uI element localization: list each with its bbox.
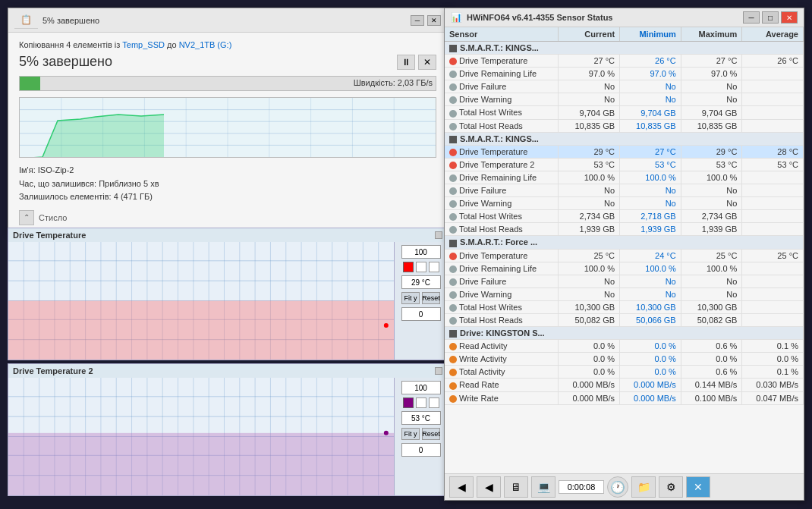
current-cell: 0.0 % [559,353,620,366]
sensor-icon [449,265,457,273]
hwinfo-minimize-btn[interactable]: ─ [743,11,760,24]
minimum-cell: 9,704 GB [620,106,681,119]
table-row[interactable]: Drive Remaining Life 100.0 % 100.0 % 100… [445,262,804,275]
table-row[interactable]: Drive Warning No No No [445,287,804,300]
current-cell: No [559,197,620,210]
average-cell [742,262,804,275]
color-picker-2[interactable] [403,397,414,408]
table-row[interactable]: Total Host Writes 10,300 GB 10,300 GB 10… [445,300,804,313]
min-value-input-1[interactable] [401,307,441,321]
current-cell: 10,300 GB [559,300,620,313]
fit-y-button-2[interactable]: Fit y [401,428,420,440]
graph-svg-2 [8,378,394,495]
table-row[interactable]: Drive Temperature 29 °C 27 °C 29 °C 28 °… [445,145,804,158]
maximum-cell: No [681,80,742,93]
color-checkbox-3[interactable] [416,397,426,408]
color-picker-1[interactable] [403,262,414,272]
table-row[interactable]: Read Rate 0.000 MB/s 0.000 MB/s 0.144 MB… [445,379,804,391]
pause-button[interactable]: ⏸ [397,55,415,70]
minimum-cell: 100.0 % [620,171,681,184]
sensor-name-cell: Drive Failure [445,275,559,287]
nav-back2-button[interactable]: ◀ [477,476,501,498]
hwinfo-close-btn[interactable]: ✕ [781,11,798,24]
panel-scroll-indicator [435,231,442,239]
reset-button-1[interactable]: Reset [422,292,440,304]
sensor-name-cell: Drive Warning [445,93,559,106]
hwinfo-restore-btn[interactable]: □ [762,11,779,24]
maximum-cell: 0.144 MB/s [681,379,742,391]
compress-icon: ⌃ [19,210,34,225]
hwinfo-scroll-area[interactable]: Sensor Current Minimum Maximum Average S… [445,27,804,473]
average-cell [742,275,804,287]
table-row[interactable]: Total Host Reads 10,835 GB 10,835 GB 10,… [445,119,804,132]
items-value: 4 (471 ГБ) [114,192,153,201]
compress-label: Стисло [39,213,67,222]
source-link[interactable]: Temp_SSD [122,40,165,49]
sensor-icon [449,71,457,78]
maximum-cell: 53 °C [681,158,742,171]
current-cell: 97.0 % [559,68,620,80]
average-cell: 53 °C [742,158,804,171]
table-row[interactable]: Write Rate 0.000 MB/s 0.000 MB/s 0.100 M… [445,391,804,404]
max-value-input-2[interactable] [401,381,441,394]
table-row[interactable]: Drive Temperature 2 53 °C 53 °C 53 °C 53… [445,158,804,171]
sensor-icon [449,278,457,286]
sensor-icon [449,343,457,350]
max-value-input-1[interactable] [401,245,441,259]
sensor-panel-2-header: Drive Temperature 2 [8,364,447,378]
dialog-body: Копіювання 4 елементів із Temp_SSD до NV… [8,33,447,233]
table-row[interactable]: Total Host Writes 9,704 GB 9,704 GB 9,70… [445,106,804,119]
table-row[interactable]: Total Host Writes 2,734 GB 2,718 GB 2,73… [445,210,804,223]
sensor-name-cell: Drive Warning [445,287,559,300]
table-row[interactable]: Drive Warning No No No [445,93,804,106]
current-cell: 0.0 % [559,366,620,379]
current-value-input-1[interactable] [401,275,441,289]
table-row[interactable]: Drive Failure No No No [445,80,804,93]
fit-y-button-1[interactable]: Fit y [401,292,420,304]
table-row[interactable]: Drive Failure No No No [445,184,804,197]
minimum-cell: 0.0 % [620,366,681,379]
minimum-cell: 26 °C [620,55,681,68]
footer-icon-1[interactable]: 🖥 [504,476,528,498]
table-row[interactable]: Drive Temperature 27 °C 26 °C 27 °C 26 °… [445,55,804,68]
col-sensor: Sensor [445,27,559,42]
footer-icon-3[interactable]: 📁 [631,476,656,498]
table-row[interactable]: Drive Remaining Life 100.0 % 100.0 % 100… [445,171,804,184]
progress-bar-inner [20,77,40,90]
table-row[interactable]: Write Activity 0.0 % 0.0 % 0.0 % 0.0 % [445,353,804,366]
table-row[interactable]: Total Host Reads 50,082 GB 50,066 GB 50,… [445,313,804,326]
sensor-name-cell: Drive Temperature [445,249,559,262]
table-row[interactable]: Drive Warning No No No [445,197,804,210]
current-cell: 100.0 % [559,262,620,275]
table-row[interactable]: Total Host Reads 1,939 GB 1,939 GB 1,939… [445,223,804,236]
footer-settings-button[interactable]: ⚙ [659,476,683,498]
table-row[interactable]: Read Activity 0.0 % 0.0 % 0.6 % 0.1 % [445,340,804,353]
section-header-3: Drive: KINGSTON S... [445,327,804,340]
current-value-input-2[interactable] [401,411,441,425]
reset-button-2[interactable]: Reset [422,428,440,440]
minimum-cell: No [620,287,681,300]
ctrl-btns-row-2: Fit y Reset [401,428,440,440]
table-row[interactable]: Total Activity 0.0 % 0.0 % 0.6 % 0.1 % [445,366,804,379]
table-row[interactable]: Drive Remaining Life 97.0 % 97.0 % 97.0 … [445,68,804,80]
color-checkbox-2[interactable] [429,262,439,272]
close-button[interactable]: ✕ [427,15,441,26]
time-value: Приблизно 5 хв [99,179,159,188]
average-cell [742,184,804,197]
min-value-input-2[interactable] [401,443,441,457]
average-cell: 28 °C [742,145,804,158]
current-cell: 2,734 GB [559,210,620,223]
table-row[interactable]: Drive Failure No No No [445,275,804,287]
color-checkbox-1[interactable] [416,262,426,272]
cancel-copy-button[interactable]: ✕ [418,55,436,70]
footer-close-button[interactable]: ✕ [686,476,710,498]
minimize-button[interactable]: ─ [411,15,424,26]
color-checkbox-4[interactable] [429,397,439,408]
footer-icon-2[interactable]: 💻 [531,476,555,498]
sensor-name-cell: Total Host Writes [445,210,559,223]
nav-back-button[interactable]: ◀ [449,476,474,498]
table-row[interactable]: Drive Temperature 25 °C 24 °C 25 °C 25 °… [445,249,804,262]
dest-link[interactable]: NV2_1TB (G:) [179,40,232,49]
file-name-label: Ім'я: [19,165,38,174]
graph-svg-1 [8,242,394,360]
